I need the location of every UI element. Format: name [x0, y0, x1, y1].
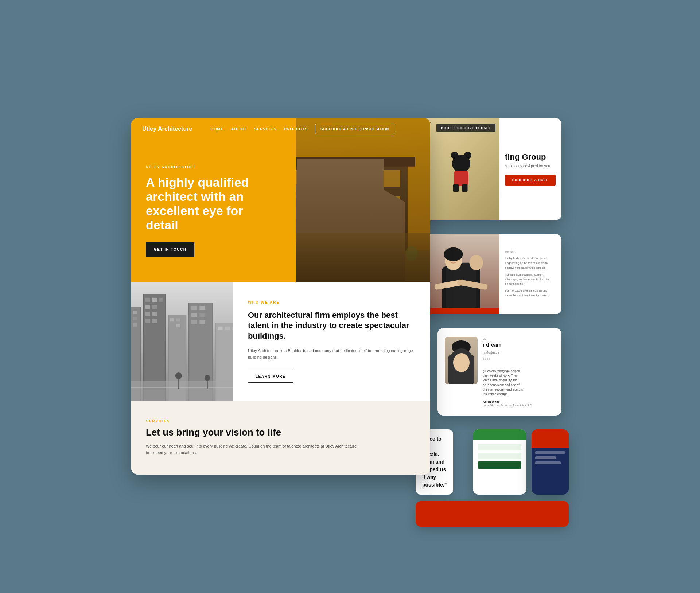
svg-point-11: [385, 240, 401, 261]
svg-rect-14: [331, 224, 341, 237]
svg-rect-31: [145, 305, 151, 309]
svg-rect-49: [191, 320, 197, 324]
mickey-legs: [453, 184, 469, 192]
business-card-inner: ne with tor by finding the best mortgage…: [423, 234, 561, 314]
about-section: WHO WE ARE Our architectural firm employ…: [131, 282, 430, 401]
mickey-head: [452, 155, 470, 173]
mortgage-green-bar: [473, 429, 526, 440]
svg-rect-57: [131, 387, 233, 388]
svg-rect-56: [131, 381, 233, 401]
about-building-image: [131, 282, 233, 401]
mortgage-submit-button[interactable]: [478, 461, 521, 469]
puzzle-line3: il way possible.": [422, 473, 447, 489]
hero-content: UTLEY ARCHITECTURE A highly qualified ar…: [131, 118, 281, 282]
mickey-art: CT BOOK A DISCOVERY CALL: [423, 118, 499, 220]
svg-rect-42: [176, 324, 180, 327]
testimonial-card: ue r dream n Mortgage ““ g Easters Mortg…: [438, 328, 561, 416]
navy-card-red-top: [532, 429, 569, 448]
mickey-leg-left: [453, 184, 459, 192]
about-title: Our architectural firm employs the best …: [248, 310, 416, 342]
discovery-card: CT BOOK A DISCOVERY CALL: [423, 118, 561, 220]
svg-rect-48: [199, 313, 205, 317]
svg-rect-41: [170, 324, 174, 327]
svg-rect-28: [145, 297, 151, 301]
svg-point-10: [300, 244, 314, 260]
business-text-content: ne with tor by finding the best mortgage…: [499, 234, 561, 314]
discovery-card-inner: CT BOOK A DISCOVERY CALL: [423, 118, 561, 220]
svg-rect-21: [133, 311, 137, 314]
about-content: WHO WE ARE Our architectural firm employ…: [233, 282, 430, 401]
nav-cta-button[interactable]: SCHEDULE A FREE CONSULTATION: [315, 124, 394, 134]
hero-cta-button[interactable]: GET IN TOUCH: [146, 242, 194, 257]
nav-about[interactable]: ABOUT: [231, 127, 246, 131]
svg-rect-46: [199, 306, 205, 310]
svg-rect-30: [159, 297, 163, 301]
svg-rect-35: [145, 319, 151, 323]
book-discovery-call-button[interactable]: BOOK A DISCOVERY CALL: [436, 124, 495, 132]
svg-point-67: [444, 247, 463, 261]
svg-rect-36: [152, 319, 158, 323]
businesswoman-image: [423, 234, 499, 314]
svg-point-59: [175, 372, 182, 379]
bottom-right-row: piece to my puzzle. blem and helped us i…: [416, 429, 569, 495]
svg-rect-53: [218, 326, 223, 330]
svg-rect-47: [191, 313, 197, 317]
navy-text-line-3: [535, 461, 561, 464]
testimonial-heading: r dream: [483, 342, 554, 348]
svg-rect-23: [133, 317, 137, 320]
mortgage-form: [473, 440, 526, 472]
services-description: We pour our heart and soul into every bu…: [146, 443, 357, 456]
svg-rect-39: [170, 318, 174, 321]
mortgage-input-2: [478, 453, 521, 459]
svg-rect-32: [152, 305, 158, 309]
testimonial-label: ue: [483, 337, 554, 340]
nav-links: HOME ABOUT SERVICES PROJECTS SCHEDULE A …: [210, 124, 394, 134]
about-tag: WHO WE ARE: [248, 300, 416, 304]
svg-point-12: [405, 246, 417, 261]
navy-card-content: [532, 448, 569, 470]
svg-rect-45: [191, 306, 197, 310]
services-tag: SERVICES: [146, 419, 416, 423]
nav-projects[interactable]: PROJECTS: [284, 127, 308, 131]
hero-section: Utley Architecture HOME ABOUT SERVICES P…: [131, 118, 430, 282]
svg-rect-25: [133, 323, 137, 326]
svg-rect-29: [152, 297, 158, 301]
nav-services[interactable]: SERVICES: [254, 127, 277, 131]
navbar: Utley Architecture HOME ABOUT SERVICES P…: [131, 118, 430, 140]
svg-rect-4: [326, 170, 355, 208]
svg-rect-40: [176, 318, 180, 321]
mortgage-input-1: [478, 444, 521, 450]
discovery-group-subtitle: s solutions designed for you: [505, 164, 556, 168]
page-wrapper: Utley Architecture HOME ABOUT SERVICES P…: [131, 118, 569, 475]
testimonial-role: Local Director, Business Associates LLC.: [483, 403, 554, 407]
learn-more-button[interactable]: LEARN MORE: [248, 370, 293, 383]
red-bottom-card: [416, 501, 569, 527]
svg-rect-54: [225, 326, 230, 330]
hero-eyebrow: UTLEY ARCHITECTURE: [146, 165, 266, 169]
nav-home[interactable]: HOME: [210, 127, 223, 131]
navy-text-line-1: [535, 451, 565, 454]
svg-rect-15: [344, 224, 354, 237]
brand-logo: Utley Architecture: [142, 126, 192, 132]
main-card: Utley Architecture HOME ABOUT SERVICES P…: [131, 118, 430, 475]
mickey-body: [454, 171, 468, 186]
mortgage-card: [473, 429, 526, 495]
schedule-call-button[interactable]: SCHEDULE A CALL: [505, 175, 556, 186]
svg-point-74: [452, 340, 471, 354]
mickey-leg-right: [462, 184, 467, 192]
right-column: CT BOOK A DISCOVERY CALL: [416, 118, 569, 527]
testimonial-card-inner: ue r dream n Mortgage ““ g Easters Mortg…: [445, 337, 554, 407]
mickey-figure: [447, 155, 476, 191]
svg-rect-34: [152, 312, 158, 316]
testimonial-sub: n Mortgage: [483, 351, 554, 354]
testimonial-quote: g Easters Mortgage helped user weeks of …: [483, 369, 554, 397]
hero-title: A highly qualified architect with an exc…: [146, 175, 266, 232]
business-subtitle: ne with: [505, 250, 556, 253]
services-title: Let us bring your vision to life: [146, 427, 416, 438]
svg-rect-55: [233, 326, 233, 330]
testimonial-author: Karen White: [483, 400, 554, 403]
quote-marks: ““: [483, 356, 554, 367]
testimonial-person-image: [445, 337, 478, 384]
testimonial-text: ue r dream n Mortgage ““ g Easters Mortg…: [483, 337, 554, 407]
svg-rect-7: [378, 196, 401, 211]
